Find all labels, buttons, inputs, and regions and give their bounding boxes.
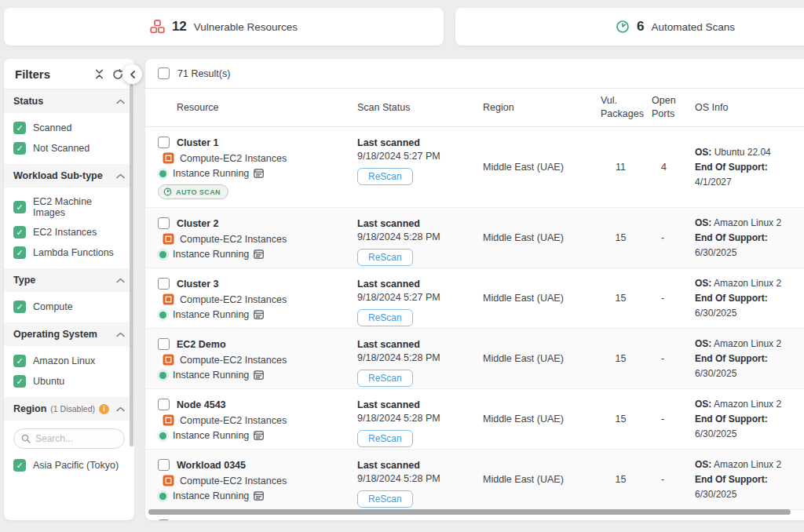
checkbox-checked-icon: ✓ [13,142,26,155]
refresh-icon[interactable] [112,69,123,80]
chevron-up-icon[interactable] [116,332,125,337]
region-search-input[interactable] [35,433,117,444]
row-checkbox[interactable] [158,338,170,350]
os-value: Amazon Linux 2 [714,338,781,349]
chevron-up-icon[interactable] [116,99,125,104]
chevron-up-icon[interactable] [116,406,125,412]
collapse-all-icon[interactable] [94,69,104,79]
rescan-button[interactable]: ReScan [357,309,413,326]
column-scan-status: Scan Status [357,101,483,115]
ec2-icon [163,414,174,426]
rescan-button[interactable]: ReScan [357,168,413,185]
last-scanned-date: 9/18/2024 5:27 PM [357,151,483,162]
sidebar-scrollbar[interactable] [130,84,133,446]
filter-section-operating-system[interactable]: Operating System [4,322,134,346]
resource-subtype: Compute-EC2 Instances [180,153,287,164]
chevron-up-icon[interactable] [116,173,125,179]
filter-checkbox-compute[interactable]: ✓ Compute [13,301,125,313]
filter-checkbox-ubuntu[interactable]: ✓ Ubuntu [13,375,125,388]
open-ports-value: - [652,232,695,243]
horizontal-scrollbar[interactable] [148,509,791,515]
rescan-button[interactable]: ReScan [357,249,413,266]
section-label: Status [13,96,43,107]
open-ports-value: - [652,474,695,485]
last-scanned-label: Last scanned [357,460,483,471]
table-column-headers: Resource Scan Status Region Vul. Package… [145,89,804,127]
filter-checkbox-ec2-instances[interactable]: ✓ EC2 Instances [13,226,125,239]
last-scanned-label: Last scanned [357,218,483,229]
table-row[interactable]: Cluster 1 Compute-EC2 Instances Instance… [145,127,804,208]
info-icon[interactable]: i [99,404,109,414]
automated-scans-card[interactable]: 6 Automated Scans [455,8,804,46]
table-row[interactable]: Cluster 3 Compute-EC2 Instances Instance… [145,268,804,329]
resource-name: EC2 Demo [177,339,226,350]
os-info-cell: OS: Ubuntu 22.04 End Of Support: 4/1/202… [695,145,804,190]
last-scanned-label: Last scanned [357,279,483,290]
instance-status: Instance Running [173,168,249,179]
filter-checkbox-amazon-linux[interactable]: ✓ Amazon Linux [13,355,125,367]
filter-checkbox-not-scanned[interactable]: ✓ Not Scanned [13,142,125,155]
region-value: Middle East (UAE) [483,474,601,485]
os-info-cell: OS: Amazon Linux 2 End Of Support: 6/30/… [695,397,804,442]
filter-checkbox-ec2-machine-images[interactable]: ✓ EC2 Machine Images [13,196,125,218]
row-checkbox[interactable] [158,459,170,471]
section-label: Region [13,403,46,414]
column-resource: Resource [158,101,357,115]
instance-status: Instance Running [173,490,249,501]
table-row[interactable]: Cluster 2 Compute-EC2 Instances Instance… [145,208,804,268]
server-icon [254,370,264,380]
chevron-up-icon[interactable] [116,278,125,283]
region-value: Middle East (UAE) [483,162,601,173]
filter-section-workload[interactable]: Workload Sub-type [4,164,134,188]
row-checkbox[interactable] [158,519,170,520]
rescan-button[interactable]: ReScan [357,370,413,387]
row-checkbox[interactable] [158,137,170,148]
os-value: Amazon Linux 2 [714,278,781,289]
column-vul-packages: Vul. Packages [601,94,652,121]
row-checkbox[interactable] [158,217,170,229]
checkbox-checked-icon: ✓ [13,355,26,367]
filters-title: Filters [15,67,50,81]
last-scanned-date: 9/18/2024 5:28 PM [357,413,483,424]
server-icon [254,250,264,259]
region-value: Middle East (UAE) [483,293,601,304]
filter-section-type[interactable]: Type [4,268,134,292]
last-scanned-date: 9/18/2024 5:28 PM [357,473,483,484]
row-checkbox[interactable] [158,278,170,290]
os-info-cell: OS: Amazon Linux 2 End Of Support: 6/30/… [695,216,804,261]
section-label: Workload Sub-type [13,170,103,181]
rescan-button[interactable]: ReScan [357,490,413,508]
last-scanned-date: 9/18/2024 5:28 PM [357,231,483,242]
column-region: Region [483,101,601,115]
collapse-panel-button[interactable] [122,64,142,84]
vulnerable-count: 12 [172,19,187,35]
filter-checkbox-scanned[interactable]: ✓ Scanned [13,122,125,134]
vulnerable-resources-card[interactable]: 12 Vulnerable Resources [4,8,444,46]
filters-header: Filters [4,59,134,89]
instance-status: Instance Running [173,249,249,260]
filter-section-region[interactable]: Region (1 Disabled) i [4,397,134,421]
table-row[interactable]: EC2 Demo Compute-EC2 Instances Instance … [145,329,804,389]
filter-section-status[interactable]: Status [4,89,134,113]
filter-checkbox-asia-pacific-tokyo[interactable]: ✓ Asia Pacific (Tokyo) [13,459,125,472]
scan-status-cell: Last scanned 9/18/2024 5:28 PM ReScan [357,208,483,266]
vul-packages-value: 15 [601,353,652,364]
ec2-icon [163,152,174,164]
running-status-dot [159,312,166,319]
resource-name: BK453 [177,520,207,521]
ec2-icon [163,354,174,366]
rescan-button[interactable]: ReScan [357,430,413,447]
resource-cell: Cluster 3 Compute-EC2 Instances Instance… [158,268,357,328]
table-row[interactable]: Node 4543 Compute-EC2 Instances Instance… [145,389,804,450]
running-status-dot [159,251,166,258]
results-header: 71 Result(s) [145,59,804,89]
os-label: OS: [695,147,711,158]
region-search-box[interactable] [13,428,125,449]
row-checkbox[interactable] [158,399,170,410]
table-row[interactable]: Workload 0345 Compute-EC2 Instances Inst… [145,450,804,510]
open-ports-value: - [652,293,695,304]
filter-checkbox-lambda-functions[interactable]: ✓ Lambda Functions [13,246,125,259]
open-ports-value: - [652,414,695,425]
select-all-checkbox[interactable] [158,67,170,79]
server-icon [254,169,264,178]
